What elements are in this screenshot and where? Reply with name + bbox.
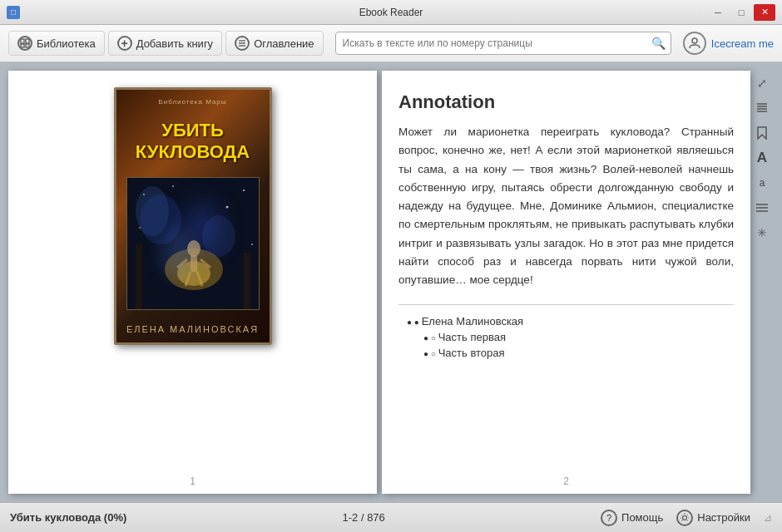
toc-part2[interactable]: ○ Часть вторая xyxy=(407,347,734,359)
svg-point-24 xyxy=(251,244,253,245)
titlebar-left: □ xyxy=(7,6,20,19)
page-1: Библиотека Мары УбитьКукловода xyxy=(8,71,377,494)
add-icon: + xyxy=(117,36,132,51)
right-sidebar: ⤢ A a ✳ xyxy=(750,71,774,494)
align-icon[interactable] xyxy=(753,199,771,217)
list-view-icon[interactable] xyxy=(753,99,771,117)
user-area[interactable]: Icecream me xyxy=(683,32,774,55)
svg-rect-14 xyxy=(191,255,197,272)
maximize-button[interactable]: □ xyxy=(730,4,752,21)
window-controls: ─ □ ✕ xyxy=(707,4,775,21)
user-icon xyxy=(683,32,706,55)
toc-button[interactable]: Оглавление xyxy=(225,31,323,56)
library-button[interactable]: Библиотека xyxy=(8,31,105,56)
expand-icon[interactable]: ⤢ xyxy=(753,74,771,92)
pages-container: Библиотека Мары УбитьКукловода xyxy=(8,71,750,494)
page-2: Annotation Может ли марионетка переиграт… xyxy=(382,71,750,494)
statusbar: Убить кукловода (0%) 1-2 / 876 ? Помощь xyxy=(0,502,782,532)
cover-series: Библиотека Мары xyxy=(158,98,226,106)
font-small-icon[interactable]: a xyxy=(753,174,771,192)
search-button[interactable]: 🔍 xyxy=(650,34,668,52)
add-book-label: Добавить книгу xyxy=(136,37,213,50)
svg-point-20 xyxy=(243,190,245,191)
settings-button[interactable]: Настройки xyxy=(676,510,750,526)
annotation-text: Может ли марионетка переиграть кукловода… xyxy=(398,123,734,289)
toc-author: ● Елена Малиновская xyxy=(407,315,734,328)
titlebar: □ Ebook Reader ─ □ ✕ xyxy=(0,0,782,25)
cover-author: Елена Малиновская xyxy=(126,324,259,334)
settings-icon[interactable]: ✳ xyxy=(753,224,771,242)
book-cover: Библиотека Мары УбитьКукловода xyxy=(114,87,272,345)
toc-label: Оглавление xyxy=(254,37,314,50)
svg-point-21 xyxy=(172,185,174,187)
svg-rect-26 xyxy=(244,253,250,310)
svg-point-23 xyxy=(139,227,141,229)
user-name: Icecream me xyxy=(711,37,774,50)
cover-title: УбитьКукловода xyxy=(136,120,250,164)
toc-icon xyxy=(235,36,250,51)
svg-point-11 xyxy=(140,195,181,244)
library-icon xyxy=(17,36,32,51)
annotation-title: Annotation xyxy=(398,91,734,113)
svg-point-22 xyxy=(225,206,228,209)
toc-divider xyxy=(398,304,734,305)
gear-icon xyxy=(676,510,693,526)
add-book-button[interactable]: + Добавить книгу xyxy=(108,31,222,56)
resize-handle[interactable]: ⊿ xyxy=(764,512,772,524)
help-label: Помощь xyxy=(621,511,663,524)
settings-label: Настройки xyxy=(697,511,750,524)
minimize-button[interactable]: ─ xyxy=(707,4,729,21)
window-title: Ebook Reader xyxy=(359,7,423,18)
toolbar: Библиотека + Добавить книгу Оглавление 🔍… xyxy=(0,25,782,62)
svg-point-12 xyxy=(202,215,235,257)
svg-point-34 xyxy=(683,515,687,520)
app-icon: □ xyxy=(7,6,20,19)
cover-title-area: УбитьКукловода xyxy=(136,120,250,164)
font-large-icon[interactable]: A xyxy=(753,149,771,167)
svg-point-13 xyxy=(187,240,200,257)
search-input[interactable] xyxy=(335,32,671,55)
toc-list: ● Елена Малиновская ○ Часть первая ○ Час… xyxy=(398,315,734,362)
svg-rect-25 xyxy=(136,244,142,310)
svg-rect-3 xyxy=(26,44,29,47)
book-title-status: Убить кукловода (0%) xyxy=(10,511,126,524)
search-area: 🔍 xyxy=(335,32,671,55)
help-button[interactable]: ? Помощь xyxy=(601,510,663,526)
svg-point-19 xyxy=(143,194,145,195)
page-2-number: 2 xyxy=(382,475,750,487)
svg-rect-1 xyxy=(26,39,29,43)
help-icon: ? xyxy=(601,510,617,526)
svg-point-7 xyxy=(692,38,697,43)
main-content: Библиотека Мары УбитьКукловода xyxy=(0,62,782,502)
close-button[interactable]: ✕ xyxy=(754,4,775,21)
toc-part1[interactable]: ○ Часть первая xyxy=(407,331,734,343)
svg-rect-2 xyxy=(21,44,24,47)
bookmark-icon[interactable] xyxy=(753,124,771,142)
cover-illustration xyxy=(126,177,260,310)
library-label: Библиотека xyxy=(37,37,96,50)
page-info: 1-2 / 876 xyxy=(343,511,385,524)
status-actions: ? Помощь Настройки ⊿ xyxy=(601,510,772,526)
svg-rect-0 xyxy=(21,39,24,43)
page-1-number: 1 xyxy=(8,475,377,487)
